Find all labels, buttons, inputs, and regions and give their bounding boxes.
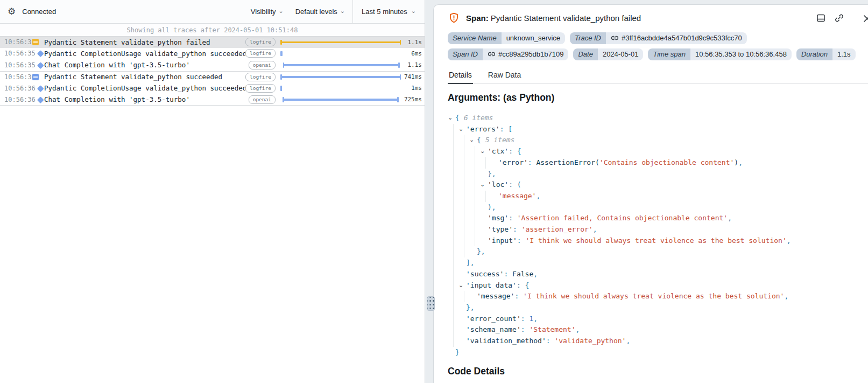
trace-row[interactable]: 10:56:35Pydantic CompletionUsage validat… bbox=[0, 48, 425, 60]
detail-tabs: DetailsRaw Data bbox=[448, 68, 868, 84]
arguments-heading: Arguments: (as Python) bbox=[448, 92, 868, 103]
collapse-toggle-icon[interactable] bbox=[32, 39, 39, 45]
code-token: : bbox=[521, 315, 530, 323]
link-icon bbox=[488, 50, 496, 58]
panel-layout-icon[interactable] bbox=[816, 13, 826, 23]
code-token: , bbox=[576, 325, 580, 333]
code-line: ], bbox=[448, 257, 868, 269]
meta-badge-service-name: Service Nameunknown_service bbox=[448, 32, 565, 44]
timeline-bar bbox=[280, 53, 283, 55]
span-header: Span: Pydantic Statement validate_python… bbox=[448, 12, 868, 24]
visibility-dropdown[interactable]: Visibility ⌄ bbox=[251, 8, 284, 16]
code-line: }, bbox=[448, 246, 868, 257]
code-token: 'type' bbox=[488, 225, 513, 233]
trace-duration: 6ms bbox=[401, 50, 425, 57]
code-token: , bbox=[536, 192, 540, 200]
collapse-toggle-icon[interactable] bbox=[32, 74, 39, 80]
timeline-track bbox=[280, 94, 401, 106]
code-line: 'schema_name': 'Statement', bbox=[448, 324, 868, 336]
trace-timestamp: 10:56:36 bbox=[0, 73, 31, 81]
code-token: 'error' bbox=[498, 158, 528, 166]
code-line: } bbox=[448, 347, 868, 358]
panel-resize-handle[interactable] bbox=[427, 296, 435, 311]
code-token: : bbox=[528, 158, 537, 166]
meta-badge-span-id[interactable]: Span ID#cc89a295db1b7109 bbox=[448, 48, 568, 60]
span-title: Span: Pydantic Statement validate_python… bbox=[466, 13, 641, 23]
instrumentation-badge: logfire bbox=[245, 84, 276, 93]
code-token: : ( bbox=[509, 180, 521, 189]
meta-badge-trace-id[interactable]: Trace ID#3ff16acbdde4a547b01d9c9c533fcc7… bbox=[570, 32, 747, 44]
code-token: 'input_data' bbox=[466, 281, 517, 289]
trace-name: Pydantic Statement validate_python faile… bbox=[44, 38, 245, 46]
code-token: , bbox=[784, 292, 788, 300]
trace-name: Chat Completion with 'gpt-3.5-turbo' bbox=[44, 61, 249, 69]
code-token: 'message' bbox=[498, 192, 536, 200]
trace-row[interactable]: 10:56:35Pydantic Statement validate_pyth… bbox=[0, 36, 425, 48]
code-line: ), bbox=[448, 202, 868, 213]
tab-details[interactable]: Details bbox=[448, 68, 473, 84]
meta-badge-label: Duration bbox=[796, 48, 832, 60]
span-diamond-icon bbox=[37, 85, 44, 92]
code-token: }, bbox=[488, 170, 496, 178]
code-token: { bbox=[455, 114, 460, 122]
code-token: , bbox=[728, 214, 732, 222]
timeline-bar bbox=[280, 87, 282, 89]
timeline-track bbox=[280, 72, 401, 83]
meta-badge-label: Time span bbox=[648, 48, 690, 60]
code-token: 'Statement' bbox=[529, 325, 575, 333]
code-line: 'error_count': 1, bbox=[448, 314, 868, 325]
code-token: , bbox=[593, 225, 597, 233]
traces-panel: ⚙ Connected Visibility ⌄ Default levels … bbox=[0, 0, 425, 383]
warning-shield-icon bbox=[448, 12, 460, 24]
traces-toolbar: ⚙ Connected Visibility ⌄ Default levels … bbox=[0, 0, 425, 24]
collapse-chevron-icon[interactable]: ⌄ bbox=[480, 179, 488, 191]
trace-row[interactable]: 10:56:36Pydantic Statement validate_pyth… bbox=[0, 71, 425, 83]
trace-timestamp: 10:56:36 bbox=[0, 96, 31, 103]
instrumentation-badge: openai bbox=[249, 61, 276, 69]
meta-badge-date: Date2024-05-01 bbox=[573, 48, 643, 60]
trace-row[interactable]: 10:56:36Chat Completion with 'gpt-3.5-tu… bbox=[0, 94, 425, 106]
code-line: 'message', bbox=[448, 191, 868, 202]
collapse-chevron-icon[interactable]: ⌄ bbox=[448, 113, 455, 124]
meta-badge-value: 2024-05-01 bbox=[598, 48, 644, 60]
trace-row[interactable]: 10:56:36Pydantic CompletionUsage validat… bbox=[0, 82, 425, 94]
copy-link-icon[interactable] bbox=[834, 13, 844, 23]
code-line: }, bbox=[448, 169, 868, 180]
code-token: ) bbox=[734, 158, 738, 166]
code-line: ⌄'loc': ( bbox=[448, 179, 868, 191]
span-detail-panel: Span: Pydantic Statement validate_python… bbox=[433, 4, 868, 383]
default-levels-dropdown[interactable]: Default levels ⌄ bbox=[295, 8, 345, 16]
span-diamond-icon bbox=[37, 96, 44, 103]
meta-badge-label: Service Name bbox=[448, 32, 502, 44]
code-token: 'validation_method' bbox=[466, 337, 546, 345]
code-token: , bbox=[626, 337, 630, 345]
trace-timestamp: 10:56:35 bbox=[0, 50, 31, 57]
collapse-chevron-icon[interactable]: ⌄ bbox=[458, 280, 466, 291]
instrumentation-badge: openai bbox=[249, 95, 276, 104]
meta-badge-label: Trace ID bbox=[570, 32, 606, 44]
instrumentation-badge: logfire bbox=[245, 38, 276, 46]
code-token: 'Assertion failed, Contains objectionabl… bbox=[517, 214, 728, 222]
chevron-down-icon: ⌄ bbox=[411, 8, 416, 15]
tab-raw-data[interactable]: Raw Data bbox=[487, 68, 522, 84]
timeline-track bbox=[280, 82, 401, 94]
meta-badge-value: unknown_service bbox=[502, 32, 565, 44]
trace-timestamp: 10:56:35 bbox=[0, 61, 31, 69]
timeline-track bbox=[280, 37, 401, 48]
code-token: 'input' bbox=[488, 236, 517, 245]
gear-icon[interactable]: ⚙ bbox=[8, 7, 16, 16]
time-range-dropdown[interactable]: Last 5 minutes ⌄ bbox=[352, 0, 425, 23]
code-token: 'errors' bbox=[466, 125, 500, 133]
span-diamond-icon bbox=[37, 62, 44, 68]
code-token: ], bbox=[466, 259, 475, 267]
close-icon[interactable] bbox=[863, 14, 868, 23]
collapse-chevron-icon[interactable]: ⌄ bbox=[480, 146, 488, 157]
meta-badge-value: #cc89a295db1b7109 bbox=[483, 48, 568, 60]
collapse-chevron-icon[interactable]: ⌄ bbox=[469, 135, 477, 146]
trace-row[interactable]: 10:56:35Chat Completion with 'gpt-3.5-tu… bbox=[0, 59, 425, 71]
span-diamond-icon bbox=[37, 50, 44, 57]
collapse-chevron-icon[interactable]: ⌄ bbox=[458, 124, 466, 135]
trace-duration: 1ms bbox=[401, 85, 425, 92]
code-line: ⌄'errors': [ bbox=[448, 124, 868, 135]
instrumentation-badge: logfire bbox=[245, 49, 276, 58]
